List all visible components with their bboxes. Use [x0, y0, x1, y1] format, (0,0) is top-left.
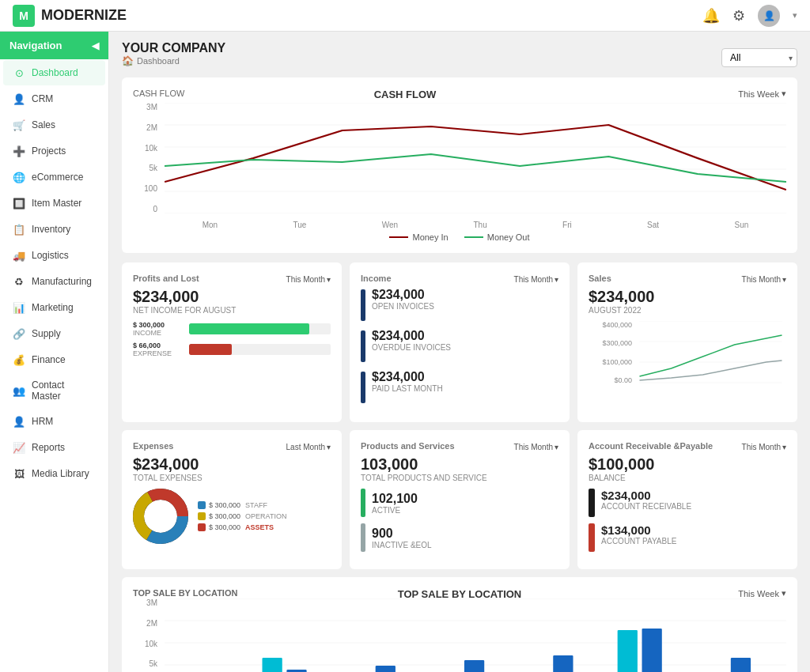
income-bar-item: $ 300,000 INCOME	[133, 321, 331, 337]
sidebar-item-dashboard[interactable]: ⊙ Dashboard	[3, 60, 105, 85]
sidebar-icon-inventory: 📋	[13, 223, 25, 236]
expense-bar-value: $ 66,000	[133, 342, 184, 349]
payable-item: $134,000 ACCOUNT PAYABLE	[589, 523, 786, 552]
top-sale-period[interactable]: This Week ▾	[738, 588, 786, 598]
sidebar-item-item-master[interactable]: 🔲 Item Master	[3, 191, 105, 216]
donut-assets: $ 300,000 ASSETS	[198, 523, 286, 531]
cashflow-chart-title: CASH FLOW	[374, 89, 437, 100]
overdue-invoices-info: $234,000 OVERDUE INVOICES	[372, 329, 451, 352]
sidebar-item-marketing[interactable]: 📊 Marketing	[3, 295, 105, 320]
sidebar-label-crm: CRM	[32, 93, 53, 104]
products-card: Products and Services This Month ▾ 103,0…	[350, 430, 570, 569]
sidebar-icon-crm: 👤	[13, 92, 25, 105]
sidebar-icon-item-master: 🔲	[13, 197, 25, 210]
expense-bar-track	[189, 344, 331, 355]
donut-assets-dot	[198, 523, 206, 531]
sidebar-item-ecommerce[interactable]: 🌐 eCommerce	[3, 164, 105, 190]
period-filter[interactable]: AllThis WeekThis MonthLast Month	[721, 48, 797, 67]
arap-label: Account Receivable &Payable	[589, 441, 713, 451]
home-icon: 🏠	[122, 55, 134, 66]
sales-period[interactable]: This Month ▾	[742, 275, 786, 284]
expenses-header: Expenses Last Month ▾	[133, 441, 331, 452]
donut-assets-sub: ASSETS	[245, 523, 274, 531]
sidebar-label-logistics: Logistics	[32, 250, 69, 261]
sidebar-item-reports[interactable]: 📈 Reports	[3, 435, 105, 460]
inactive-product-bar	[361, 523, 365, 552]
donut-assets-label: $ 300,000	[209, 523, 240, 531]
products-total: 103,000	[361, 455, 558, 474]
profits-period-label: This Month	[286, 275, 325, 284]
arap-header: Account Receivable &Payable This Month ▾	[589, 441, 786, 452]
sidebar-label-manufacturing: Manufacturing	[32, 276, 92, 287]
sidebar-icon-ecommerce: 🌐	[13, 171, 25, 183]
payable-amount: $134,000	[601, 523, 676, 537]
logo-icon: M	[13, 5, 35, 27]
main-header: YOUR COMPANY 🏠 Dashboard AllThis WeekThi…	[122, 41, 797, 74]
expenses-sub: TOTAL EXPENSES	[133, 474, 331, 482]
paid-last-month-bar	[361, 372, 365, 403]
sales-chart: $400,000$300,000$100,000$0.00	[589, 321, 786, 384]
gear-icon[interactable]: ⚙	[732, 7, 745, 25]
active-product-info: 102,100 ACTIVE	[372, 492, 418, 515]
sidebar-label-media-library: Media Library	[32, 468, 89, 479]
sidebar-item-manufacturing[interactable]: ♻ Manufacturing	[3, 269, 105, 294]
sidebar-item-media-library[interactable]: 🖼 Media Library	[3, 461, 105, 486]
sidebar-item-projects[interactable]: ➕ Projects	[3, 138, 105, 164]
svg-rect-25	[376, 666, 396, 672]
sidebar-item-supply[interactable]: 🔗 Supply	[3, 321, 105, 346]
sidebar-icon-dashboard: ⊙	[13, 66, 25, 79]
nav-header-label: Navigation	[9, 40, 62, 51]
layout: Navigation ◀ ⊙ Dashboard 👤 CRM 🛒 Sales ➕…	[0, 32, 810, 672]
income-period[interactable]: This Month ▾	[514, 275, 558, 284]
expenses-card: Expenses Last Month ▾ $234,000 TOTAL EXP…	[122, 430, 342, 569]
legend-money-in: Money In	[389, 232, 448, 242]
top-sale-svg-wrap	[165, 598, 786, 672]
donut-staff: $ 300,000 STAFF	[198, 501, 286, 509]
sidebar-collapse-icon[interactable]: ◀	[92, 40, 99, 51]
profits-period[interactable]: This Month ▾	[286, 275, 331, 284]
sidebar-icon-reports: 📈	[13, 441, 25, 454]
bell-icon[interactable]: 🔔	[702, 7, 720, 25]
sidebar-item-crm[interactable]: 👤 CRM	[3, 86, 105, 111]
receivable-amount: $234,000	[601, 489, 691, 502]
sidebar-item-logistics[interactable]: 🚚 Logistics	[3, 243, 105, 268]
products-period[interactable]: This Month ▾	[514, 443, 558, 451]
top-sale-card: TOP SALE BY LOCATION TOP SALE BY LOCATIO…	[122, 577, 797, 672]
income-bar-track	[189, 323, 331, 334]
cashflow-chart-area: 3M2M10k5k1000	[133, 103, 786, 229]
top-sale-svg	[165, 598, 786, 672]
sidebar-icon-hrm: 👤	[13, 415, 25, 428]
cashflow-section-label: CASH FLOW	[133, 89, 184, 98]
arap-period[interactable]: This Month ▾	[742, 443, 786, 451]
sidebar-item-hrm[interactable]: 👤 HRM	[3, 409, 105, 434]
sidebar-item-inventory[interactable]: 📋 Inventory	[3, 217, 105, 242]
income-header: Income This Month ▾	[361, 274, 558, 285]
avatar[interactable]: 👤	[758, 5, 780, 27]
active-label: ACTIVE	[372, 506, 418, 515]
profits-bars: $ 300,000 INCOME $ 66,000 EXPRENSE	[133, 321, 331, 357]
open-invoices-amount: $234,000	[372, 288, 434, 302]
svg-rect-31	[642, 629, 662, 672]
avatar-dropdown[interactable]: ▾	[793, 10, 797, 21]
inactive-product-info: 900 INACTIVE &EOL	[372, 527, 432, 549]
page-title: YOUR COMPANY	[122, 41, 225, 55]
paid-last-month-item: $234,000 PAID LAST MONTH	[361, 370, 558, 403]
active-count: 102,100	[372, 492, 418, 506]
profits-card: Profits and Lost This Month ▾ $234,000 N…	[122, 262, 342, 422]
overdue-invoices-amount: $234,000	[372, 329, 451, 343]
income-period-label: This Month	[514, 275, 553, 284]
sidebar-item-sales[interactable]: 🛒 Sales	[3, 112, 105, 138]
expenses-period[interactable]: Last Month ▾	[286, 443, 331, 451]
legend-money-in-label: Money In	[412, 232, 448, 242]
sidebar-icon-media-library: 🖼	[13, 467, 25, 480]
profits-amount: $234,000	[133, 288, 331, 306]
expenses-amount: $234,000	[133, 455, 331, 474]
cashflow-period[interactable]: This Week ▾	[738, 89, 786, 99]
overdue-invoices-item: $234,000 OVERDUE INVOICES	[361, 329, 558, 362]
donut-staff-label: $ 300,000	[209, 501, 240, 509]
expenses-donut	[133, 489, 188, 544]
cashflow-svg	[165, 103, 786, 213]
sidebar-item-contact-master[interactable]: 👥 Contact Master	[3, 373, 105, 408]
active-product-bar	[361, 489, 365, 517]
sidebar-item-finance[interactable]: 💰 Finance	[3, 347, 105, 372]
